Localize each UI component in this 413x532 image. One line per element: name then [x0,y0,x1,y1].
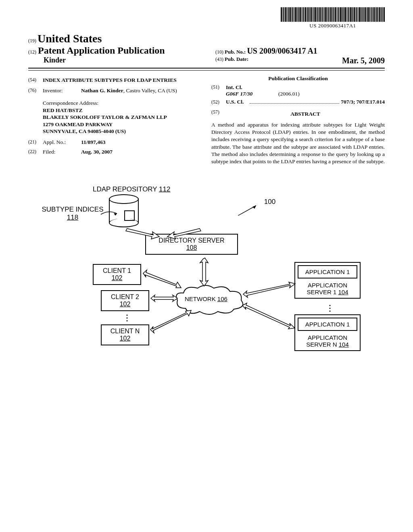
appl-label: Appl. No.: [43,139,81,145]
double-arrow-icon [198,257,214,289]
pubclass-heading: Publication Classification [211,75,385,82]
client-1-box: CLIENT 1102 [93,264,141,285]
inventor-loc: , Castro Valley, CA (US) [123,87,177,94]
app-server-n-box: APPLICATION 1 APPLICATION SERVER N 104 [294,314,361,351]
barcode-icon [281,7,385,22]
svg-marker-7 [243,282,295,297]
svg-marker-2 [167,229,201,239]
biblio-columns: (54) INDEX ATTRIBUTE SUBTYPES FOR LDAP E… [28,75,385,165]
corr-line1: RED HAT/BSTZ [43,107,202,114]
dots-leader-icon [250,99,339,104]
appl-no: 11/897,463 [81,139,202,145]
svg-marker-4 [151,295,177,301]
pubdate-label: Pub. Date: [225,56,248,62]
figure-1: LDAP REPOSITORY 112 SUBTYPE INDICES118 1… [44,185,375,363]
app-1-label: APPLICATION 1 [298,265,357,278]
rule-thin [28,70,385,71]
double-arrow-icon [242,282,296,300]
corr-label: Correspondence Address: [43,100,202,107]
inventor-value: Nathan G. Kinder, Castro Valley, CA (US) [81,87,202,94]
system-ref: 100 [238,204,275,216]
field-10: (10) [215,49,223,55]
right-column: Publication Classification (51) Int. Cl.… [211,75,385,165]
pubno: US 2009/0063417 A1 [247,46,317,55]
arrow-icon [101,210,121,220]
double-arrow-icon [149,310,194,336]
field-43: (43) [215,56,223,62]
doc-kind: Patent Application Publication [38,45,165,56]
network-label: NETWORK 106 [185,295,227,302]
svg-marker-8 [242,303,295,329]
double-arrow-icon [142,270,182,292]
inventor-name: Nathan G. Kinder [81,87,123,94]
field-19: (19) [28,38,36,44]
uscl-label: U.S. Cl. [226,99,248,105]
svg-marker-1 [126,229,159,239]
pubdate: Mar. 5, 2009 [342,56,385,65]
app-n-label: APPLICATION 1 [298,318,357,331]
svg-marker-3 [143,270,181,288]
double-arrow-icon [150,294,178,304]
intcl-date: (2006.01) [278,91,300,97]
left-column: (54) INDEX ATTRIBUTE SUBTYPES FOR LDAP E… [28,75,202,165]
field-22: (22) [28,149,43,155]
uscl-value: 707/3; 707/E17.014 [341,99,385,105]
barcode-text: US 20090063417A1 [281,23,385,29]
double-arrow-icon [165,224,202,241]
double-arrow-icon [125,224,161,241]
rule-thick [28,68,385,69]
field-54: (54) [28,77,43,83]
svg-marker-6 [200,258,208,286]
corr-line4: SUNNYVALE, CA 94085-4040 (US) [43,128,202,135]
inventor-label: Inventor: [43,87,81,94]
pub-line: (12) Patent Application Publication (10)… [28,45,385,56]
double-arrow-icon [241,303,296,333]
filed-label: Filed: [43,149,81,155]
client-n-box: CLIENT N102 [101,324,149,345]
barcode-block: US 20090063417A1 [281,7,385,29]
field-52: (52) [211,99,226,105]
field-12: (12) [28,49,36,55]
corr-line2: BLAKELY SOKOLOFF TAYLOR & ZAFMAN LLP [43,114,202,121]
vertical-dots-icon: ⋮ [326,303,334,313]
author-line: Kinder (43) Pub. Date: Mar. 5, 2009 [28,56,385,65]
abstract-text: A method and apparatus for indexing attr… [211,121,385,165]
field-51: (51) [211,84,226,97]
client-2-box: CLIENT 2102 [101,290,149,311]
app-server-1-box: APPLICATION 1 APPLICATION SERVER 1 104 [294,262,361,299]
abstract-heading: ABSTRACT [226,111,385,117]
ldap-repo-label: LDAP REPOSITORY 112 [93,185,170,193]
intcl-label: Int. Cl. [226,84,385,91]
correspondence: Correspondence Address: RED HAT/BSTZ BLA… [43,100,202,135]
app-server-1-label: APPLICATION SERVER 1 104 [295,281,360,298]
author: Kinder [28,56,215,65]
vertical-dots-icon: ⋮ [123,313,131,322]
invention-title: INDEX ATTRIBUTE SUBTYPES FOR LDAP ENTRIE… [43,77,202,83]
country: United States [38,32,102,45]
app-server-n-label: APPLICATION SERVER N 104 [295,333,360,350]
pubno-label: Pub. No.: [225,49,246,55]
header-block: (19) United States (12) Patent Applicati… [28,32,385,65]
svg-marker-5 [150,310,191,333]
patent-page: US 20090063417A1 (19) United States (12)… [0,0,413,532]
intcl-code: G06F 17/30 [226,91,278,97]
field-76: (76) [28,87,43,94]
subtype-indices-label: SUBTYPE INDICES118 [40,206,105,222]
field-57: (57) [211,109,226,120]
filed-date: Aug. 30, 2007 [81,149,202,155]
field-21: (21) [28,139,43,145]
country-line: (19) United States [28,32,385,45]
corr-line3: 1279 OAKMEAD PARKWAY [43,121,202,128]
